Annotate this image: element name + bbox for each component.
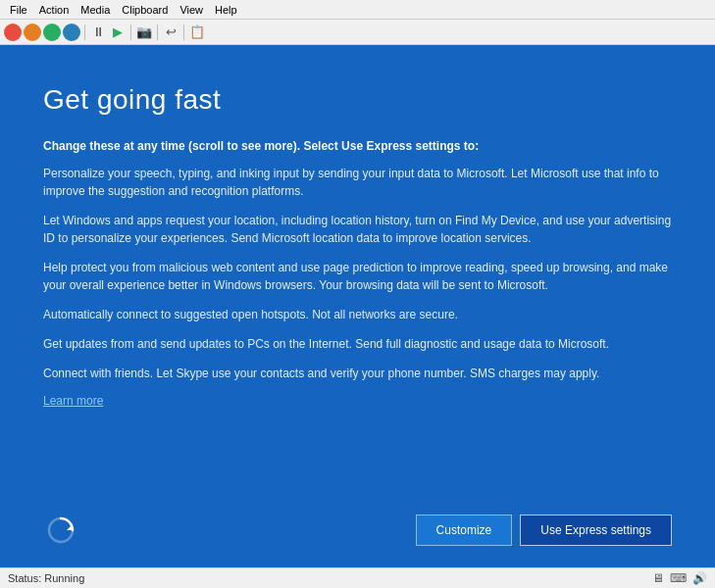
menu-bar: File Action Media Clipboard View Help <box>0 0 715 20</box>
toolbar-btn-orange[interactable] <box>24 24 41 41</box>
bottom-area: Customize Use Express settings <box>43 513 672 548</box>
toolbar-separator-3 <box>157 24 158 40</box>
status-text: Status: Running <box>8 572 84 584</box>
status-icons: 🖥 ⌨ 🔊 <box>652 571 707 585</box>
toolbar-extra-icon[interactable]: 📋 <box>188 24 206 41</box>
toolbar-snapshot-icon[interactable]: 📷 <box>135 24 153 41</box>
toolbar: ⏸ ▶ 📷 ↩ 📋 <box>0 20 715 45</box>
svg-marker-0 <box>67 524 73 530</box>
use-express-settings-button[interactable]: Use Express settings <box>520 514 672 546</box>
paragraph-5: Get updates from and send updates to PCs… <box>43 335 672 353</box>
status-bar: Status: Running 🖥 ⌨ 🔊 <box>0 567 715 588</box>
toolbar-btn-blue[interactable] <box>63 24 80 41</box>
audio-icon: 🔊 <box>692 571 707 585</box>
paragraph-2: Let Windows and apps request your locati… <box>43 212 672 247</box>
toolbar-btn-green[interactable] <box>43 24 61 41</box>
menu-help[interactable]: Help <box>209 4 243 16</box>
subtitle: Change these at any time (scroll to see … <box>43 139 672 153</box>
toolbar-pause-icon[interactable]: ⏸ <box>89 24 107 41</box>
menu-action[interactable]: Action <box>33 4 76 16</box>
toolbar-separator-1 <box>84 24 85 40</box>
toolbar-separator-2 <box>130 24 131 40</box>
action-buttons: Customize Use Express settings <box>416 514 672 546</box>
page-title: Get going fast <box>43 84 672 116</box>
learn-more-link[interactable]: Learn more <box>43 394 672 408</box>
menu-clipboard[interactable]: Clipboard <box>116 4 174 16</box>
menu-view[interactable]: View <box>174 4 209 16</box>
paragraph-6: Connect with friends. Let Skype use your… <box>43 365 672 382</box>
paragraph-4: Automatically connect to suggested open … <box>43 306 672 323</box>
main-content: Get going fast Change these at any time … <box>0 45 715 567</box>
toolbar-btn-red[interactable] <box>4 24 22 41</box>
keyboard-icon: ⌨ <box>670 571 687 585</box>
paragraph-1: Personalize your speech, typing, and ink… <box>43 165 672 200</box>
menu-file[interactable]: File <box>4 4 33 16</box>
loading-icon <box>43 513 78 548</box>
paragraph-3: Help protect you from malicious web cont… <box>43 259 672 294</box>
toolbar-separator-4 <box>183 24 184 40</box>
menu-media[interactable]: Media <box>75 4 116 16</box>
toolbar-refresh-icon[interactable]: ↩ <box>162 24 179 41</box>
customize-button[interactable]: Customize <box>416 514 513 546</box>
monitor-icon: 🖥 <box>652 571 664 585</box>
toolbar-play-icon[interactable]: ▶ <box>109 24 127 41</box>
